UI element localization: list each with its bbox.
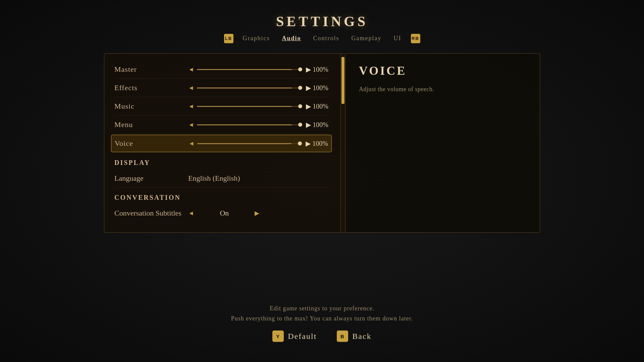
setting-row-music: Music ◄ ▶ 100% — [114, 97, 328, 116]
settings-page: SETTINGS LB Graphics Audio Controls Game… — [0, 0, 644, 362]
left-panel: Master ◄ ▶ 100% Effects ◄ — [104, 53, 345, 233]
header: SETTINGS LB Graphics Audio Controls Game… — [224, 13, 420, 43]
music-slider-track[interactable] — [197, 106, 302, 107]
conversation-subtitles-row: Conversation Subtitles ◄ On ▶ — [114, 204, 328, 222]
footer-hint-line1: Edit game settings to your preference. — [231, 303, 413, 314]
y-button-icon: Y — [272, 330, 284, 342]
music-value: ▶ 100% — [305, 102, 328, 110]
back-button[interactable]: B Back — [337, 330, 371, 342]
lb-button[interactable]: LB — [224, 34, 233, 43]
display-section-header: DISPLAY — [114, 153, 328, 169]
music-label: Music — [114, 102, 188, 111]
music-slider-control: ◄ ▶ 100% — [188, 102, 328, 110]
voice-slider-control: ◄ ▶ 100% — [189, 139, 328, 147]
music-left-arrow[interactable]: ◄ — [188, 103, 194, 110]
effects-value: ▶ 100% — [305, 84, 328, 92]
page-title: SETTINGS — [276, 13, 368, 29]
language-row: Language English (English) — [114, 169, 328, 188]
setting-row-voice[interactable]: Voice ◄ ▶ 100% — [111, 135, 332, 152]
nav-tabs: LB Graphics Audio Controls Gameplay UI R… — [224, 34, 420, 43]
master-left-arrow[interactable]: ◄ — [188, 66, 194, 73]
menu-value: ▶ 100% — [305, 121, 328, 129]
master-label: Master — [114, 65, 188, 74]
effects-label: Effects — [114, 83, 188, 92]
info-description: Adjust the volume of speech. — [359, 84, 526, 94]
default-button-label: Default — [288, 332, 317, 341]
voice-label: Voice — [115, 139, 189, 148]
main-content: Master ◄ ▶ 100% Effects ◄ — [104, 53, 540, 233]
subtitles-left-arrow[interactable]: ◄ — [188, 210, 194, 217]
rb-button[interactable]: RB — [411, 34, 420, 43]
subtitles-control: ◄ On ▶ — [188, 209, 259, 218]
master-slider-track[interactable] — [197, 69, 302, 70]
subtitles-right-arrow[interactable]: ▶ — [255, 209, 259, 217]
voice-left-arrow[interactable]: ◄ — [189, 140, 195, 147]
footer-hint-line2: Push everything to the max! You can alwa… — [231, 313, 413, 324]
menu-slider-control: ◄ ▶ 100% — [188, 121, 328, 129]
b-button-icon: B — [337, 330, 348, 342]
effects-slider-control: ◄ ▶ 100% — [188, 84, 328, 92]
tab-ui[interactable]: UI — [391, 34, 404, 43]
language-label: Language — [114, 174, 188, 183]
conversation-section-header: CONVERSATION — [114, 188, 328, 204]
tab-controls[interactable]: Controls — [311, 34, 342, 43]
tab-gameplay[interactable]: Gameplay — [349, 34, 384, 43]
setting-row-menu: Menu ◄ ▶ 100% — [114, 116, 328, 134]
info-title: VOICE — [359, 64, 526, 78]
subtitles-value: On — [214, 209, 234, 218]
effects-left-arrow[interactable]: ◄ — [188, 84, 194, 92]
scrollbar[interactable] — [340, 54, 345, 232]
effects-slider-track[interactable] — [197, 87, 302, 88]
master-value: ▶ 100% — [305, 65, 328, 73]
right-panel: VOICE Adjust the volume of speech. — [345, 53, 540, 233]
language-value: English (English) — [188, 174, 240, 183]
scrollbar-thumb — [341, 57, 344, 104]
voice-slider-track[interactable] — [197, 143, 302, 144]
menu-slider-track[interactable] — [197, 124, 302, 125]
menu-label: Menu — [114, 120, 188, 129]
back-button-label: Back — [352, 332, 371, 341]
setting-row-effects: Effects ◄ ▶ 100% — [114, 79, 328, 97]
menu-left-arrow[interactable]: ◄ — [188, 121, 194, 128]
tab-audio[interactable]: Audio — [279, 34, 304, 43]
voice-value: ▶ 100% — [305, 139, 328, 147]
settings-list: Master ◄ ▶ 100% Effects ◄ — [114, 60, 335, 222]
footer-hint: Edit game settings to your preference. P… — [231, 303, 413, 324]
default-button[interactable]: Y Default — [272, 330, 317, 342]
master-slider-control: ◄ ▶ 100% — [188, 65, 328, 73]
footer-buttons: Y Default B Back — [272, 330, 371, 342]
tab-graphics[interactable]: Graphics — [240, 34, 273, 43]
setting-row-master: Master ◄ ▶ 100% — [114, 60, 328, 79]
subtitles-label: Conversation Subtitles — [114, 209, 188, 218]
footer: Edit game settings to your preference. P… — [0, 303, 644, 342]
